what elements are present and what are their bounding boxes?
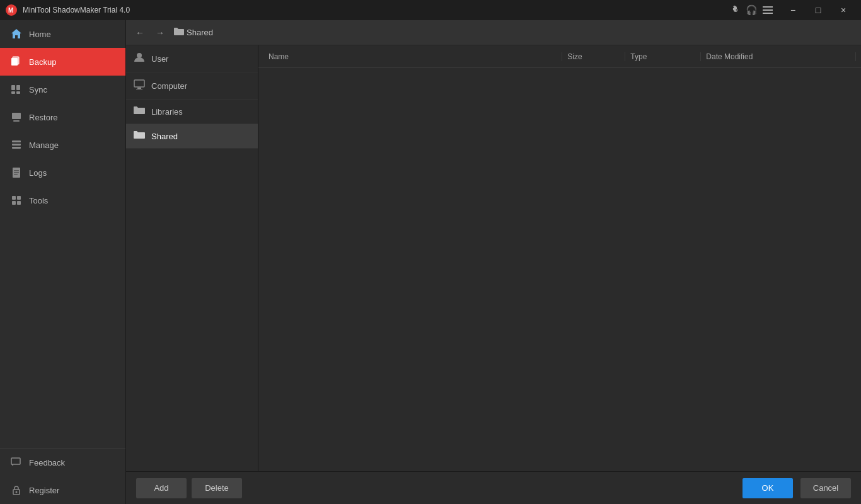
sidebar-label-logs: Logs	[29, 168, 47, 178]
sidebar-item-feedback[interactable]: Feedback	[0, 449, 125, 476]
sidebar-item-home[interactable]: Home	[0, 20, 125, 48]
sidebar-item-restore[interactable]: Restore	[0, 103, 125, 131]
svg-rect-13	[12, 140, 21, 142]
user-tree-icon	[134, 52, 146, 66]
tree-label-user: User	[151, 54, 168, 64]
menu-icon[interactable]	[763, 4, 773, 16]
add-button[interactable]: Add	[136, 478, 187, 498]
title-icon-group: 🎧	[731, 4, 773, 16]
sidebar-label-restore: Restore	[29, 113, 58, 122]
svg-rect-2	[763, 6, 773, 8]
svg-rect-4	[763, 13, 773, 14]
logs-icon	[10, 166, 23, 179]
svg-rect-30	[136, 89, 142, 89]
file-list-header: Name Size Type Date Modified	[258, 45, 861, 68]
bottom-bar: Add Delete OK Cancel	[126, 471, 861, 504]
minimize-button[interactable]: −	[780, 0, 806, 20]
register-icon	[10, 484, 23, 496]
svg-rect-9	[11, 91, 15, 94]
tree-label-computer: Computer	[151, 81, 187, 91]
close-button[interactable]: ×	[831, 0, 856, 20]
svg-point-27	[137, 53, 142, 58]
file-browser: User Computer	[126, 45, 861, 471]
tree-panel: User Computer	[126, 45, 258, 471]
backup-icon	[10, 55, 23, 68]
app-icon: M	[5, 4, 18, 16]
svg-rect-18	[14, 172, 19, 173]
app-title: MiniTool ShadowMaker Trial 4.0	[23, 6, 731, 14]
manage-icon	[10, 139, 23, 151]
tree-label-libraries: Libraries	[151, 107, 183, 117]
sync-icon	[10, 83, 23, 96]
sidebar-item-backup[interactable]: Backup	[0, 48, 125, 76]
main-area: Home Backup Sync	[0, 20, 861, 504]
svg-rect-12	[13, 120, 20, 122]
feedback-icon	[10, 456, 23, 469]
col-header-date: Date Modified	[701, 52, 856, 61]
col-header-name: Name	[263, 52, 562, 61]
svg-rect-8	[16, 85, 20, 90]
sidebar-label-register: Register	[29, 486, 59, 495]
sidebar-item-logs[interactable]: Logs	[0, 159, 125, 186]
svg-rect-11	[12, 113, 21, 119]
svg-rect-22	[12, 201, 16, 205]
sidebar-item-manage[interactable]: Manage	[0, 131, 125, 159]
breadcrumb-bar: ← → Shared	[126, 20, 861, 45]
sidebar-label-manage: Manage	[29, 140, 59, 150]
ok-button[interactable]: OK	[743, 478, 793, 498]
sidebar-item-sync[interactable]: Sync	[0, 76, 125, 103]
svg-rect-6	[13, 57, 19, 64]
sidebar-label-tools: Tools	[29, 196, 48, 205]
svg-rect-23	[17, 201, 21, 205]
tree-item-user[interactable]: User	[126, 45, 258, 72]
svg-rect-15	[12, 147, 21, 149]
restore-icon	[10, 111, 23, 123]
tree-item-libraries[interactable]: Libraries	[126, 100, 258, 124]
sidebar-item-tools[interactable]: Tools	[0, 186, 125, 214]
svg-rect-10	[16, 91, 20, 94]
cancel-button[interactable]: Cancel	[800, 478, 851, 498]
breadcrumb-folder-icon	[174, 27, 184, 38]
forward-arrow-icon: →	[156, 28, 165, 38]
svg-rect-24	[11, 458, 20, 464]
svg-rect-7	[11, 85, 15, 90]
sidebar: Home Backup Sync	[0, 20, 126, 504]
shared-tree-icon	[134, 130, 146, 142]
file-list-body	[258, 68, 861, 471]
delete-button[interactable]: Delete	[192, 478, 242, 498]
sidebar-label-home: Home	[29, 30, 51, 39]
svg-rect-21	[17, 196, 21, 200]
forward-button[interactable]: →	[151, 24, 169, 42]
col-header-size: Size	[562, 52, 625, 61]
breadcrumb-path-text: Shared	[187, 28, 213, 37]
sidebar-label-backup: Backup	[29, 57, 56, 67]
file-list: Name Size Type Date Modified	[258, 45, 861, 471]
sidebar-item-register[interactable]: Register	[0, 476, 125, 504]
libraries-tree-icon	[134, 106, 146, 117]
back-button[interactable]: ←	[131, 24, 149, 42]
sidebar-label-sync: Sync	[29, 85, 47, 94]
svg-rect-3	[763, 9, 773, 11]
svg-rect-28	[134, 80, 144, 87]
title-controls: − □ ×	[780, 0, 856, 20]
svg-rect-14	[12, 144, 21, 146]
back-arrow-icon: ←	[136, 28, 144, 38]
svg-rect-19	[14, 174, 18, 175]
svg-rect-17	[14, 170, 19, 171]
svg-point-26	[16, 491, 18, 493]
breadcrumb: Shared	[171, 27, 213, 38]
sidebar-label-feedback: Feedback	[29, 458, 65, 467]
svg-rect-29	[137, 88, 141, 89]
tree-item-computer[interactable]: Computer	[126, 72, 258, 100]
content-area: ← → Shared	[126, 20, 861, 504]
tree-item-shared[interactable]: Shared	[126, 124, 258, 149]
title-bar: M MiniTool ShadowMaker Trial 4.0 🎧 − □ ×	[0, 0, 861, 20]
settings-icon[interactable]	[731, 4, 741, 16]
computer-tree-icon	[134, 79, 146, 93]
sidebar-bottom: Feedback Register	[0, 448, 125, 504]
svg-text:M: M	[8, 7, 13, 14]
headset-icon[interactable]: 🎧	[746, 4, 758, 16]
maximize-button[interactable]: □	[806, 0, 831, 20]
col-header-type: Type	[625, 52, 701, 61]
home-icon	[10, 28, 23, 40]
